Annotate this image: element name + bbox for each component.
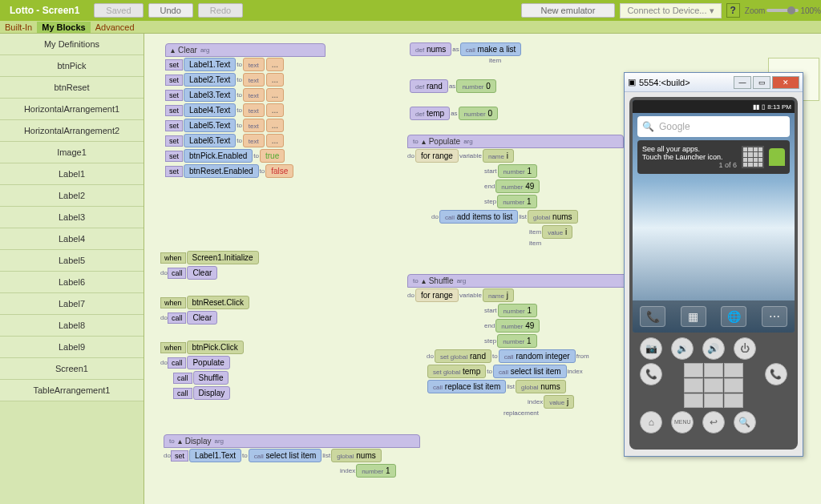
phone-icon[interactable]: 📞 (640, 306, 665, 327)
top-toolbar: Lotto - Screen1 Saved Undo Redo New emul… (0, 0, 821, 21)
minimize-button[interactable]: — (734, 76, 751, 89)
hint-title: See all your apps. (642, 145, 737, 153)
back-icon[interactable]: ↩ (702, 411, 725, 433)
new-emulator-button[interactable]: New emulator (521, 3, 616, 18)
tab-advanced[interactable]: Advanced (91, 22, 140, 33)
status-bar: ▮▮ ▯ 8:13 PM (633, 100, 795, 113)
clock: 8:13 PM (767, 103, 791, 111)
palette-item[interactable]: HorizontalArrangement1 (0, 99, 144, 120)
block-display[interactable]: to▴Displayarg doset Label1.Textto call s… (164, 434, 420, 478)
project-title: Lotto - Screen1 (0, 5, 89, 16)
android-emulator-window[interactable]: ▣ 5554:<build> — ▭ ✕ ▮▮ ▯ 8:13 PM 🔍 Goog… (624, 72, 803, 457)
close-button[interactable]: ✕ (772, 76, 799, 89)
dpad-up[interactable] (704, 363, 723, 377)
block-shuffle[interactable]: to▴Shufflearg dofor range variablename j… (407, 274, 632, 417)
search-hw-icon[interactable]: 🔍 (734, 411, 756, 433)
palette-item[interactable]: Label7 (0, 293, 144, 315)
dpad-left[interactable] (684, 378, 703, 393)
palette-item[interactable]: btnPick (0, 55, 144, 77)
palette-item[interactable]: btnReset (0, 77, 144, 99)
phone-dock: 📞 ▦ 🌐 ⋯ (633, 300, 795, 333)
volume-up-icon[interactable]: 🔊 (702, 337, 725, 360)
palette-item[interactable]: Image1 (0, 142, 144, 163)
block-def-rand[interactable]: def rand as number 0 (409, 79, 497, 94)
palette-item[interactable]: My Definitions (0, 34, 144, 55)
palette-item[interactable]: TableArrangement1 (0, 380, 144, 401)
maximize-button[interactable]: ▭ (753, 76, 770, 89)
hint-subtitle: Touch the Launcher icon. (642, 153, 737, 161)
palette-item[interactable]: Label2 (0, 185, 144, 207)
block-def-nums[interactable]: def nums as call make a list item (409, 42, 522, 64)
more-icon[interactable]: ⋯ (762, 306, 787, 327)
palette-item[interactable]: Label5 (0, 250, 144, 272)
camera-icon[interactable]: 📷 (640, 337, 662, 360)
tab-my-blocks[interactable]: My Blocks (37, 22, 90, 33)
block-btnpick-click[interactable]: whenbtnPick.Click docallPopulate callShu… (160, 340, 245, 401)
menu-button[interactable]: MENU (671, 411, 694, 433)
zoom-control[interactable]: Zoom 100% (745, 6, 821, 15)
phone-frame: ▮▮ ▯ 8:13 PM 🔍 Google See all your apps.… (629, 97, 798, 450)
dpad-down[interactable] (704, 393, 723, 408)
battery-icon: ▯ (762, 103, 765, 111)
palette-item[interactable]: Label4 (0, 228, 144, 250)
tab-built-in[interactable]: Built-In (0, 22, 37, 33)
dpad[interactable] (684, 363, 743, 408)
search-icon: 🔍 (642, 121, 654, 132)
block-btnreset-click[interactable]: whenbtnReset.Click docallClear (160, 295, 250, 325)
phone-screen[interactable]: ▮▮ ▯ 8:13 PM 🔍 Google See all your apps.… (633, 100, 795, 333)
palette-item[interactable]: Screen1 (0, 358, 144, 380)
android-icon (769, 148, 785, 166)
emulator-title: 5554:<build> (639, 78, 690, 87)
palette-item[interactable]: Label1 (0, 163, 144, 185)
volume-down-icon[interactable]: 🔉 (671, 337, 694, 360)
dpad-right[interactable] (724, 378, 743, 393)
saved-button: Saved (94, 3, 143, 18)
apps-icon[interactable]: ▦ (681, 306, 706, 327)
launcher-grid-icon (742, 146, 764, 168)
hangup-icon[interactable]: 📞 (765, 363, 787, 385)
palette-item[interactable]: Label6 (0, 272, 144, 293)
block-screen-initialize[interactable]: whenScreen1.Initialize docallClear (160, 250, 260, 280)
palette-item[interactable]: Label9 (0, 337, 144, 358)
browser-icon[interactable]: 🌐 (721, 306, 746, 327)
signal-icon: ▮▮ (753, 103, 759, 111)
hardware-buttons: 📷 🔉 🔊 ⏻ 📞 📞 ⌂ MENU ↩ 🔍 (633, 333, 795, 438)
connect-device-dropdown[interactable]: Connect to Device... ▾ (620, 3, 721, 18)
redo-button: Redo (198, 3, 243, 18)
palette-item[interactable]: HorizontalArrangement2 (0, 120, 144, 142)
palette-item[interactable]: Label3 (0, 207, 144, 228)
palette-item[interactable]: Label8 (0, 315, 144, 337)
search-placeholder: Google (659, 121, 690, 132)
power-icon[interactable]: ⏻ (734, 337, 756, 360)
block-populate[interactable]: to▴Populatearg dofor range variablename … (407, 135, 624, 247)
apps-hint-card[interactable]: See all your apps. Touch the Launcher ic… (637, 140, 790, 174)
google-search-widget[interactable]: 🔍 Google (637, 116, 790, 137)
dpad-center[interactable] (704, 378, 723, 393)
hint-page: 1 of 6 (642, 161, 737, 169)
call-icon[interactable]: 📞 (640, 363, 662, 385)
help-button[interactable]: ? (726, 3, 740, 18)
window-icon: ▣ (628, 77, 636, 87)
home-icon[interactable]: ⌂ (640, 411, 662, 433)
block-clear[interactable]: ▴Cleararg setLabel1.Texttotext...setLabe… (165, 43, 326, 179)
undo-button[interactable]: Undo (148, 3, 193, 18)
emulator-titlebar[interactable]: ▣ 5554:<build> — ▭ ✕ (625, 73, 803, 92)
category-tabs: Built-In My Blocks Advanced (0, 21, 821, 34)
component-palette: My Definitions btnPick btnReset Horizont… (0, 34, 144, 504)
block-def-temp[interactable]: def temp as number 0 (409, 106, 499, 121)
